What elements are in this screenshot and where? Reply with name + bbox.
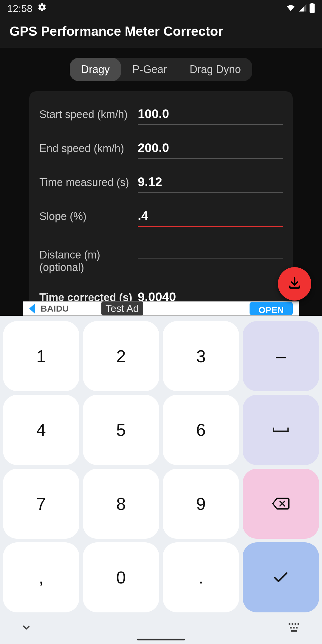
status-bar: 12:58 [0,0,322,17]
key-9[interactable]: 9 [163,469,239,539]
tab-dragdyno[interactable]: Drag Dyno [178,58,252,81]
ad-brand: BAIDU [41,304,250,314]
key-period[interactable]: . [163,542,239,612]
wifi-icon [286,3,296,14]
key-5[interactable]: 5 [83,395,159,465]
battery-icon [309,3,315,14]
row-distance: Distance (m) (optional) [39,242,283,274]
row-time-measured: Time measured (s) 9.12 [39,174,283,193]
row-start-speed: Start speed (km/h) 100.0 [39,106,283,125]
tab-dragy[interactable]: Dragy [70,58,121,81]
nav-handle[interactable] [137,639,185,640]
page-title: GPS Performance Meter Corrector [10,24,312,39]
tabs: Dragy P-Gear Drag Dyno [0,48,322,86]
ad-banner[interactable]: BAIDU OPEN [23,301,299,316]
keyboard-icon [289,623,301,632]
key-backspace[interactable] [243,469,319,539]
signal-icon [298,3,307,13]
label-end-speed: End speed (km/h) [39,142,138,155]
svg-rect-1 [311,3,313,4]
minus-icon: – [276,346,286,366]
download-icon [287,276,302,292]
save-fab[interactable] [278,267,311,301]
input-end-speed[interactable]: 200.0 [138,140,283,159]
backspace-icon [272,497,290,510]
key-8[interactable]: 8 [83,469,159,539]
label-slope: Slope (%) [39,210,138,223]
key-1[interactable]: 1 [3,321,79,391]
key-6[interactable]: 6 [163,395,239,465]
input-slope[interactable]: .4 [138,208,283,227]
input-start-speed[interactable]: 100.0 [138,106,283,125]
key-2[interactable]: 2 [83,321,159,391]
status-clock: 12:58 [7,3,32,14]
label-start-speed: Start speed (km/h) [39,108,138,121]
label-time-measured: Time measured (s) [39,176,138,189]
svg-rect-8 [296,627,298,628]
svg-rect-0 [310,4,315,13]
ad-open-button[interactable]: OPEN [250,302,293,315]
row-slope: Slope (%) .4 [39,208,283,227]
tab-pgear[interactable]: P-Gear [121,58,178,81]
svg-rect-2 [289,623,290,625]
input-time-measured[interactable]: 9.12 [138,174,283,193]
svg-rect-9 [291,630,297,632]
svg-rect-4 [295,623,296,625]
ad-logo-icon [29,303,35,314]
key-comma[interactable]: , [3,542,79,612]
input-distance[interactable] [138,242,283,258]
key-minus[interactable]: – [243,321,319,391]
key-0[interactable]: 0 [83,542,159,612]
collapse-keyboard-button[interactable] [21,622,32,634]
key-3[interactable]: 3 [163,321,239,391]
gear-icon [37,2,47,14]
svg-rect-5 [298,623,299,625]
key-space[interactable] [243,395,319,465]
numeric-keyboard: 1 2 3 – 4 5 6 7 8 9 , 0 . [0,316,322,644]
keyboard-mode-button[interactable] [289,623,301,633]
space-icon [273,426,289,434]
key-done[interactable] [243,542,319,612]
chevron-down-icon [21,622,32,633]
svg-rect-7 [293,627,295,628]
svg-rect-3 [292,623,293,625]
label-distance: Distance (m) (optional) [39,249,138,274]
check-icon [273,571,289,583]
ad-tag: Test Ad [101,301,143,315]
svg-rect-6 [290,627,292,628]
key-4[interactable]: 4 [3,395,79,465]
app-bar: GPS Performance Meter Corrector [0,17,322,48]
row-end-speed: End speed (km/h) 200.0 [39,140,283,159]
key-7[interactable]: 7 [3,469,79,539]
